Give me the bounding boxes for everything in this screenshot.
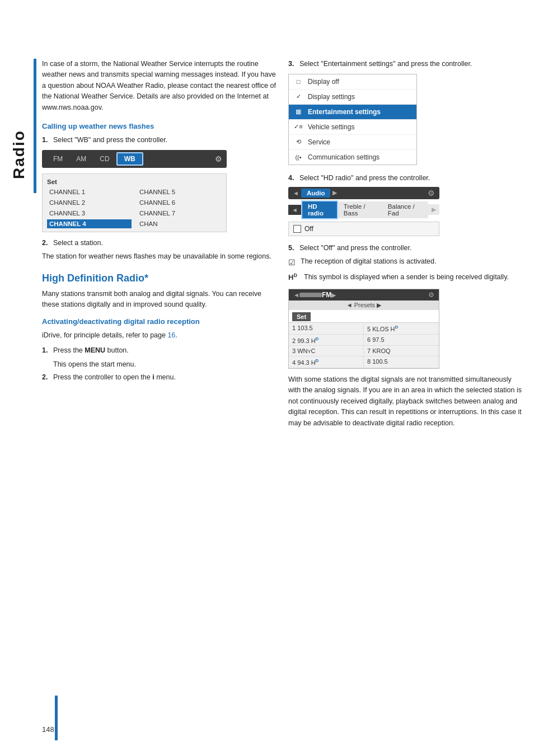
entertainment-menu: □ Display off ✓ Display settings ▦ Enter… xyxy=(288,74,417,165)
hd-row: ◄ HD radio Treble / Bass Balance / Fad ▶ xyxy=(288,200,439,219)
channel-8[interactable]: CHAN xyxy=(137,219,222,228)
section3-heading: Activating/deactivating digital radio re… xyxy=(42,317,277,326)
audio-left-arrow: ◄ xyxy=(293,190,299,196)
off-row: Off xyxy=(288,222,439,236)
communication-icon: ((• xyxy=(293,152,303,162)
audio-settings-icon: ⚙ xyxy=(428,189,435,198)
page-number: 148 xyxy=(42,725,54,734)
step-a-number: 1. xyxy=(42,345,50,356)
menu-bold: MENU xyxy=(85,346,105,354)
presets-label[interactable]: ◄ Presets ▶ xyxy=(346,302,381,309)
am-tab[interactable]: AM xyxy=(69,153,93,165)
channel-5[interactable]: CHANNEL 5 xyxy=(137,187,222,196)
fm-station-7[interactable]: 7 KROQ xyxy=(364,346,439,356)
fm-station-1[interactable]: 1 103.5 xyxy=(289,323,364,335)
fm-station-2[interactable]: 2 99.3 HD xyxy=(289,335,364,346)
hd-note: HD This symbol is displayed when a sende… xyxy=(288,272,523,283)
menu-label-display-off: Display off xyxy=(308,78,339,86)
step4: 4. Select "HD radio" and press the contr… xyxy=(288,173,523,184)
treble-bass-tab[interactable]: Treble / Bass xyxy=(338,201,382,218)
off-label: Off xyxy=(305,225,313,233)
channel-3[interactable]: CHANNEL 3 xyxy=(47,209,132,218)
off-checkbox[interactable] xyxy=(293,225,301,233)
step2-number: 2. xyxy=(42,238,50,248)
step1-number: 1. xyxy=(42,135,50,145)
step-a-sub: This opens the start menu. xyxy=(53,359,277,370)
channel-1[interactable]: CHANNEL 1 xyxy=(47,187,132,196)
channel-grid-container: Set CHANNEL 1 CHANNEL 5 CHANNEL 2 CHANNE… xyxy=(42,173,227,232)
step-b-number: 2. xyxy=(42,372,50,383)
fm-station-6[interactable]: 6 97.5 xyxy=(364,335,439,346)
display-off-icon: □ xyxy=(293,77,303,87)
page-container: Radio In case of a storm, the National W… xyxy=(0,0,534,756)
fm-signal-bar xyxy=(299,293,322,297)
step2-note: The station for weather news flashes may… xyxy=(42,251,277,262)
channel-set-label: Set xyxy=(47,179,222,185)
channel-4[interactable]: CHANNEL 4 xyxy=(47,219,132,228)
vehicle-icon: ✓≡ xyxy=(293,122,303,132)
menu-row-display-settings[interactable]: ✓ Display settings xyxy=(289,90,416,105)
menu-row-entertainment[interactable]: ▦ Entertainment settings xyxy=(289,105,416,120)
idrive-ref-text: iDrive, for principle details, refer to … xyxy=(42,331,167,339)
step-b-text: Press the controller to open the i menu. xyxy=(53,372,176,383)
step3: 3. Select "Entertainment settings" and p… xyxy=(288,59,523,69)
fm-station-5[interactable]: 5 KLOS HD xyxy=(364,323,439,335)
balance-fad-tab[interactable]: Balance / Fad xyxy=(382,201,428,218)
step5-number: 5. xyxy=(288,243,296,253)
fm-left-arrow: ◄ xyxy=(293,292,299,298)
check-note: ☑ The reception of digital stations is a… xyxy=(288,256,523,269)
menu-label-vehicle: Vehicle settings xyxy=(308,123,354,131)
wb-settings-icon[interactable]: ⚙ xyxy=(215,154,222,163)
fm-label: FM xyxy=(322,291,331,299)
menu-label-entertainment: Entertainment settings xyxy=(308,108,381,116)
audio-right-arrow: ▶ xyxy=(332,189,337,196)
step4-text: Select "HD radio" and press the controll… xyxy=(299,173,430,184)
menu-label-display-settings: Display settings xyxy=(308,93,355,101)
wb-tab[interactable]: WB xyxy=(116,152,143,166)
menu-row-service[interactable]: ⟲ Service xyxy=(289,135,416,150)
hd-digital-symbol: HD xyxy=(288,272,301,283)
step-a: 1. Press the MENU button. xyxy=(42,345,277,356)
channel-6[interactable]: CHANNEL 6 xyxy=(137,198,222,207)
fm-station-8[interactable]: 8 100.5 xyxy=(364,356,439,368)
i-menu-icon: i xyxy=(152,373,154,381)
left-column: In case of a storm, the National Weather… xyxy=(42,59,277,435)
step1: 1. Select "WB" and press the controller. xyxy=(42,135,277,145)
menu-row-display-off[interactable]: □ Display off xyxy=(289,74,416,90)
step3-number: 3. xyxy=(288,59,296,69)
fm-tab[interactable]: FM xyxy=(46,153,69,165)
step5-text: Select "Off" and press the controller. xyxy=(299,243,411,253)
hd-note-text: This symbol is displayed when a sender i… xyxy=(304,272,509,283)
menu-row-vehicle[interactable]: ✓≡ Vehicle settings xyxy=(289,120,416,135)
fm-grid: 1 103.5 5 KLOS HD 2 99.3 HD 6 97.5 3 WNY… xyxy=(289,322,439,368)
hd-radio-tab[interactable]: HD radio xyxy=(301,200,338,219)
audio-tab[interactable]: Audio xyxy=(301,189,331,198)
chapter-label: Radio xyxy=(10,67,28,179)
hd-right-arrow: ▶ xyxy=(428,204,439,215)
idrive-ref: iDrive, for principle details, refer to … xyxy=(42,330,277,341)
entertainment-icon: ▦ xyxy=(293,107,303,117)
section2-heading: High Definition Radio* xyxy=(42,273,277,284)
idrive-page-link[interactable]: 16 xyxy=(167,331,175,339)
fm-station-4[interactable]: 4 94.3 HD xyxy=(289,356,364,368)
fm-gear-icon: ⚙ xyxy=(428,291,434,299)
menu-label-communication: Communication settings xyxy=(308,153,380,161)
right-column: 3. Select "Entertainment settings" and p… xyxy=(288,59,523,435)
display-settings-icon: ✓ xyxy=(293,92,303,102)
hd-left-arrow: ◄ xyxy=(288,205,301,215)
chapter-bar xyxy=(34,59,36,193)
menu-row-communication[interactable]: ((• Communication settings xyxy=(289,150,416,165)
fm-set-label: Set xyxy=(292,312,311,321)
step2: 2. Select a station. xyxy=(42,238,277,248)
step1-text: Select "WB" and press the controller. xyxy=(53,135,167,145)
channel-7[interactable]: CHANNEL 7 xyxy=(137,209,222,218)
section1-heading: Calling up weather news flashes xyxy=(42,122,277,130)
final-text: With some stations the digital signals a… xyxy=(288,374,523,429)
step-b: 2. Press the controller to open the i me… xyxy=(42,372,277,383)
wb-bar: FM AM CD WB ⚙ xyxy=(42,150,227,168)
fm-station-3[interactable]: 3 WNYC xyxy=(289,346,364,356)
cd-tab[interactable]: CD xyxy=(93,153,116,165)
step5: 5. Select "Off" and press the controller… xyxy=(288,243,523,253)
channel-2[interactable]: CHANNEL 2 xyxy=(47,198,132,207)
fm-right-arrow: ▶ xyxy=(331,292,336,299)
